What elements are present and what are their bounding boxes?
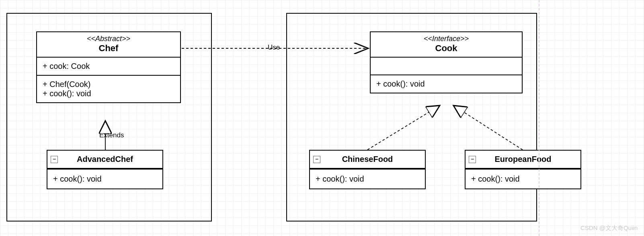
chinese-food-name: ChineseFood — [342, 155, 393, 164]
european-food-name: EuropeanFood — [494, 155, 551, 164]
chef-stereotype: <<Abstract>> — [41, 35, 176, 43]
advanced-chef-ops: + cook(): void — [47, 170, 162, 188]
watermark: CSDN @文大奇Quiin — [580, 224, 638, 232]
collapse-icon[interactable]: − — [313, 156, 320, 163]
chef-op-ctor: + Chef(Cook) — [43, 80, 174, 89]
chef-operations: + Chef(Cook) + cook(): void — [37, 76, 180, 102]
label-extends: Extends — [98, 131, 125, 139]
class-european-food: − EuropeanFood + cook(): void — [465, 150, 581, 189]
label-use: Use — [266, 43, 281, 52]
cook-name: Cook — [375, 43, 518, 54]
interface-cook: <<Interface>> Cook + cook(): void — [370, 31, 523, 93]
diagram-canvas: <<Abstract>> Chef + cook: Cook + Chef(Co… — [0, 0, 644, 236]
chef-op-cook: + cook(): void — [43, 89, 174, 98]
class-advanced-chef: − AdvancedChef + cook(): void — [47, 150, 163, 189]
cook-stereotype: <<Interface>> — [375, 35, 518, 43]
chinese-food-ops: + cook(): void — [310, 170, 425, 188]
european-food-ops: + cook(): void — [466, 170, 580, 188]
cook-operations: + cook(): void — [371, 75, 522, 93]
chef-name: Chef — [41, 43, 176, 54]
chef-attributes: + cook: Cook — [37, 58, 180, 76]
advanced-chef-name: AdvancedChef — [77, 155, 133, 164]
collapse-icon[interactable]: − — [469, 156, 476, 163]
class-chinese-food: − ChineseFood + cook(): void — [309, 150, 426, 189]
class-chef: <<Abstract>> Chef + cook: Cook + Chef(Co… — [36, 31, 181, 103]
collapse-icon[interactable]: − — [51, 156, 58, 163]
